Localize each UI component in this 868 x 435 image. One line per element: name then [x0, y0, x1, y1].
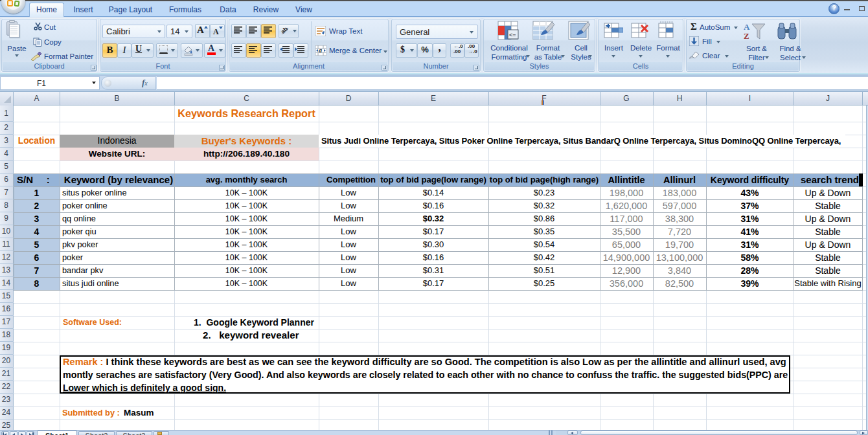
svg-text:A: A	[744, 22, 750, 32]
svg-text:Z: Z	[744, 31, 749, 41]
svg-text:<=: <=	[509, 32, 516, 38]
svg-text:ab: ab	[281, 26, 289, 35]
svg-text:a: a	[319, 47, 322, 54]
